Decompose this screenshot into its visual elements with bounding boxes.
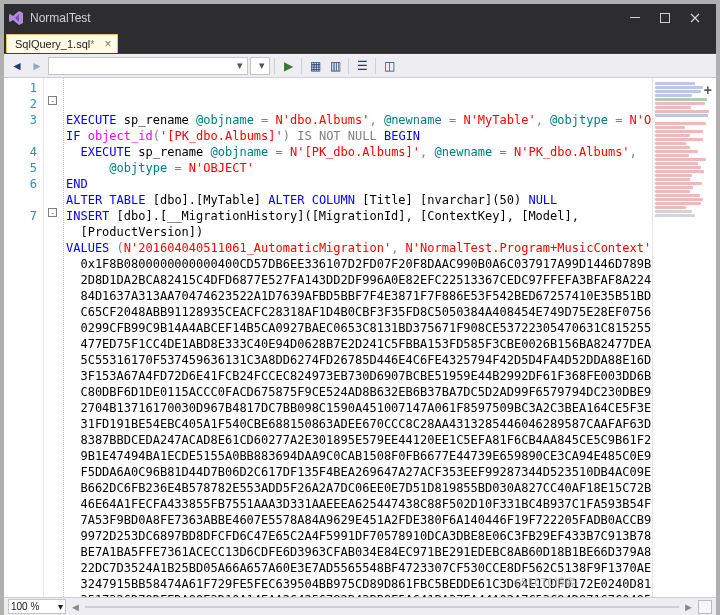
- split-handle[interactable]: [698, 600, 712, 614]
- grid-split-icon[interactable]: ▥: [326, 57, 344, 75]
- hscroll-track[interactable]: [85, 602, 679, 612]
- close-button[interactable]: [680, 8, 710, 28]
- maximize-button[interactable]: [650, 8, 680, 28]
- line-number-gutter: 1234567: [4, 78, 44, 597]
- hscroll-left[interactable]: ◄: [70, 601, 81, 613]
- watermark-text: ©51CTO博客: [514, 575, 576, 591]
- svg-rect-1: [661, 14, 670, 23]
- vs-logo-icon: [8, 10, 24, 26]
- window-icon[interactable]: ◫: [380, 57, 398, 75]
- hscroll-right[interactable]: ►: [683, 601, 694, 613]
- tab-close-icon[interactable]: ×: [104, 37, 111, 51]
- code-editor[interactable]: EXECUTE sp_rename @objname = N'dbo.Album…: [64, 78, 652, 597]
- execute-icon[interactable]: ▶: [279, 57, 297, 75]
- minimap[interactable]: +: [652, 78, 716, 597]
- scope-combo[interactable]: ▾: [48, 57, 248, 75]
- add-pane-icon[interactable]: +: [704, 82, 712, 98]
- grid-icon[interactable]: ▦: [306, 57, 324, 75]
- tab-strip: SqlQuery_1.sql* ×: [4, 32, 716, 54]
- title-bar: NormalTest: [4, 4, 716, 32]
- dirty-indicator: *: [90, 38, 94, 50]
- member-combo[interactable]: ▾: [250, 57, 270, 75]
- tab-label: SqlQuery_1.sql: [15, 38, 90, 50]
- folding-well: - -: [44, 78, 64, 597]
- svg-rect-0: [630, 17, 640, 18]
- editor-toolbar: ◄ ► ▾ ▾ ▶ ▦ ▥ ☰ ◫: [4, 54, 716, 78]
- nav-back-icon[interactable]: ◄: [8, 57, 26, 75]
- nav-fwd-icon[interactable]: ►: [28, 57, 46, 75]
- fold-toggle[interactable]: -: [48, 96, 57, 105]
- minimize-button[interactable]: [620, 8, 650, 28]
- zoom-combo[interactable]: 100 %▾: [8, 599, 66, 614]
- tab-sqlquery[interactable]: SqlQuery_1.sql* ×: [6, 34, 118, 53]
- window-title: NormalTest: [30, 11, 91, 25]
- fold-toggle[interactable]: -: [48, 208, 57, 217]
- zoom-bar: 100 %▾ ◄ ►: [4, 597, 716, 615]
- text-icon[interactable]: ☰: [353, 57, 371, 75]
